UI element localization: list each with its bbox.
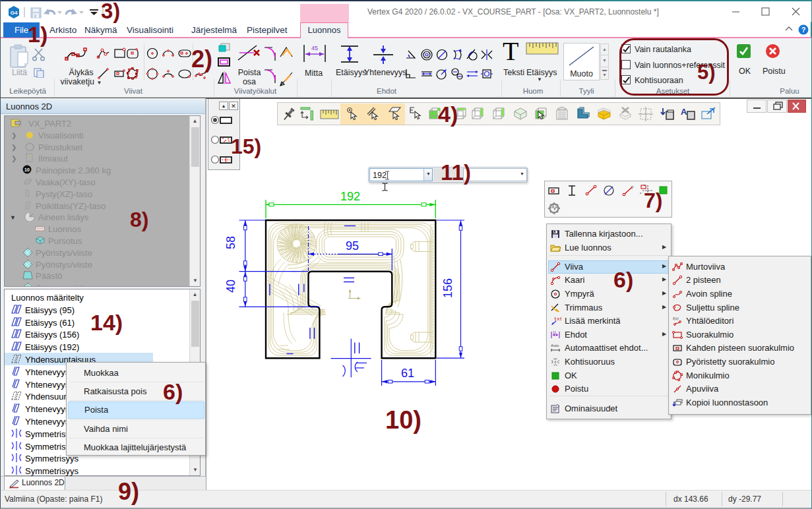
svg-text:192: 192	[340, 190, 360, 203]
svg-text:txt: txt	[554, 316, 561, 322]
svg-text:G4: G4	[11, 10, 18, 16]
svg-text:61: 61	[401, 367, 414, 380]
svg-text:58: 58	[224, 236, 237, 249]
svg-text:10: 10	[24, 167, 30, 172]
svg-text:156: 156	[441, 278, 454, 298]
svg-text:95: 95	[346, 239, 359, 253]
svg-text:Auto: Auto	[551, 344, 559, 347]
svg-text:45: 45	[311, 45, 318, 51]
svg-text:?: ?	[801, 26, 806, 34]
svg-text:40: 40	[224, 280, 237, 293]
svg-text:f(x): f(x)	[673, 316, 679, 320]
svg-text:11: 11	[553, 330, 556, 334]
